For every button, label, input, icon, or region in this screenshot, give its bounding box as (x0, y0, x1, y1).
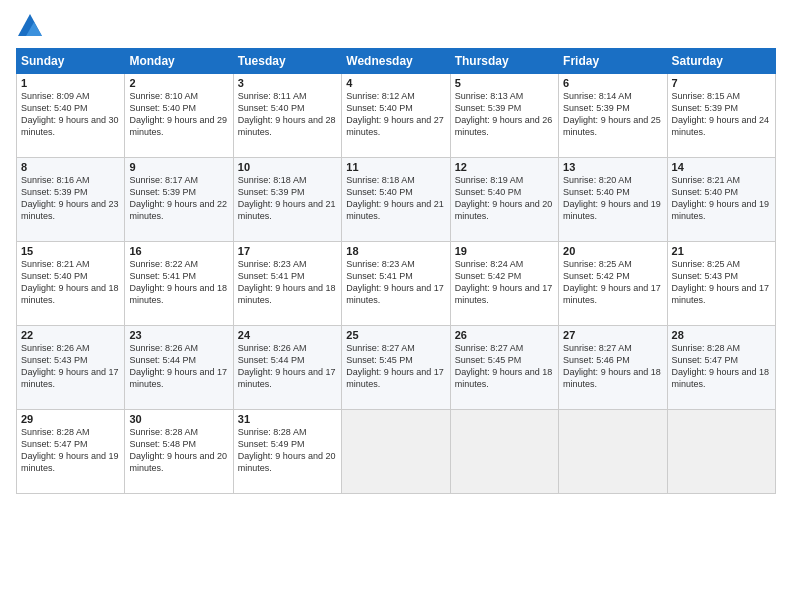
cell-info: Sunrise: 8:18 AMSunset: 5:40 PMDaylight:… (346, 174, 445, 223)
cell-info: Sunrise: 8:22 AMSunset: 5:41 PMDaylight:… (129, 258, 228, 307)
calendar-cell: 27Sunrise: 8:27 AMSunset: 5:46 PMDayligh… (559, 326, 667, 410)
day-number: 6 (563, 77, 662, 89)
day-number: 9 (129, 161, 228, 173)
calendar-cell: 9Sunrise: 8:17 AMSunset: 5:39 PMDaylight… (125, 158, 233, 242)
cell-info: Sunrise: 8:21 AMSunset: 5:40 PMDaylight:… (21, 258, 120, 307)
cell-info: Sunrise: 8:26 AMSunset: 5:44 PMDaylight:… (238, 342, 337, 391)
day-number: 24 (238, 329, 337, 341)
calendar-cell: 31Sunrise: 8:28 AMSunset: 5:49 PMDayligh… (233, 410, 341, 494)
cell-info: Sunrise: 8:28 AMSunset: 5:47 PMDaylight:… (21, 426, 120, 475)
cell-info: Sunrise: 8:21 AMSunset: 5:40 PMDaylight:… (672, 174, 771, 223)
weekday-header-wednesday: Wednesday (342, 49, 450, 74)
cell-info: Sunrise: 8:16 AMSunset: 5:39 PMDaylight:… (21, 174, 120, 223)
day-number: 15 (21, 245, 120, 257)
logo-icon (16, 12, 44, 40)
calendar-week-5: 29Sunrise: 8:28 AMSunset: 5:47 PMDayligh… (17, 410, 776, 494)
day-number: 27 (563, 329, 662, 341)
header (16, 12, 776, 40)
calendar-cell: 24Sunrise: 8:26 AMSunset: 5:44 PMDayligh… (233, 326, 341, 410)
day-number: 16 (129, 245, 228, 257)
day-number: 28 (672, 329, 771, 341)
calendar-cell: 3Sunrise: 8:11 AMSunset: 5:40 PMDaylight… (233, 74, 341, 158)
day-number: 21 (672, 245, 771, 257)
calendar-cell: 26Sunrise: 8:27 AMSunset: 5:45 PMDayligh… (450, 326, 558, 410)
cell-info: Sunrise: 8:15 AMSunset: 5:39 PMDaylight:… (672, 90, 771, 139)
calendar-header-row: SundayMondayTuesdayWednesdayThursdayFrid… (17, 49, 776, 74)
day-number: 17 (238, 245, 337, 257)
day-number: 20 (563, 245, 662, 257)
calendar-cell: 30Sunrise: 8:28 AMSunset: 5:48 PMDayligh… (125, 410, 233, 494)
day-number: 12 (455, 161, 554, 173)
calendar-cell: 10Sunrise: 8:18 AMSunset: 5:39 PMDayligh… (233, 158, 341, 242)
page-container: SundayMondayTuesdayWednesdayThursdayFrid… (0, 0, 792, 502)
calendar-cell: 13Sunrise: 8:20 AMSunset: 5:40 PMDayligh… (559, 158, 667, 242)
calendar-cell: 8Sunrise: 8:16 AMSunset: 5:39 PMDaylight… (17, 158, 125, 242)
cell-info: Sunrise: 8:24 AMSunset: 5:42 PMDaylight:… (455, 258, 554, 307)
cell-info: Sunrise: 8:26 AMSunset: 5:44 PMDaylight:… (129, 342, 228, 391)
day-number: 7 (672, 77, 771, 89)
calendar-cell: 18Sunrise: 8:23 AMSunset: 5:41 PMDayligh… (342, 242, 450, 326)
day-number: 4 (346, 77, 445, 89)
calendar-cell: 28Sunrise: 8:28 AMSunset: 5:47 PMDayligh… (667, 326, 775, 410)
day-number: 23 (129, 329, 228, 341)
cell-info: Sunrise: 8:28 AMSunset: 5:48 PMDaylight:… (129, 426, 228, 475)
calendar: SundayMondayTuesdayWednesdayThursdayFrid… (16, 48, 776, 494)
calendar-week-1: 1Sunrise: 8:09 AMSunset: 5:40 PMDaylight… (17, 74, 776, 158)
cell-info: Sunrise: 8:27 AMSunset: 5:45 PMDaylight:… (346, 342, 445, 391)
day-number: 1 (21, 77, 120, 89)
day-number: 25 (346, 329, 445, 341)
calendar-cell: 4Sunrise: 8:12 AMSunset: 5:40 PMDaylight… (342, 74, 450, 158)
weekday-header-thursday: Thursday (450, 49, 558, 74)
calendar-cell: 12Sunrise: 8:19 AMSunset: 5:40 PMDayligh… (450, 158, 558, 242)
day-number: 5 (455, 77, 554, 89)
day-number: 3 (238, 77, 337, 89)
calendar-cell: 19Sunrise: 8:24 AMSunset: 5:42 PMDayligh… (450, 242, 558, 326)
day-number: 8 (21, 161, 120, 173)
cell-info: Sunrise: 8:28 AMSunset: 5:47 PMDaylight:… (672, 342, 771, 391)
calendar-cell: 5Sunrise: 8:13 AMSunset: 5:39 PMDaylight… (450, 74, 558, 158)
calendar-cell: 21Sunrise: 8:25 AMSunset: 5:43 PMDayligh… (667, 242, 775, 326)
calendar-cell: 6Sunrise: 8:14 AMSunset: 5:39 PMDaylight… (559, 74, 667, 158)
cell-info: Sunrise: 8:17 AMSunset: 5:39 PMDaylight:… (129, 174, 228, 223)
cell-info: Sunrise: 8:27 AMSunset: 5:46 PMDaylight:… (563, 342, 662, 391)
calendar-body: 1Sunrise: 8:09 AMSunset: 5:40 PMDaylight… (17, 74, 776, 494)
day-number: 19 (455, 245, 554, 257)
calendar-cell (667, 410, 775, 494)
calendar-cell: 15Sunrise: 8:21 AMSunset: 5:40 PMDayligh… (17, 242, 125, 326)
calendar-week-3: 15Sunrise: 8:21 AMSunset: 5:40 PMDayligh… (17, 242, 776, 326)
weekday-header-monday: Monday (125, 49, 233, 74)
weekday-header-sunday: Sunday (17, 49, 125, 74)
calendar-cell: 25Sunrise: 8:27 AMSunset: 5:45 PMDayligh… (342, 326, 450, 410)
cell-info: Sunrise: 8:28 AMSunset: 5:49 PMDaylight:… (238, 426, 337, 475)
cell-info: Sunrise: 8:19 AMSunset: 5:40 PMDaylight:… (455, 174, 554, 223)
calendar-cell: 16Sunrise: 8:22 AMSunset: 5:41 PMDayligh… (125, 242, 233, 326)
calendar-cell: 2Sunrise: 8:10 AMSunset: 5:40 PMDaylight… (125, 74, 233, 158)
cell-info: Sunrise: 8:09 AMSunset: 5:40 PMDaylight:… (21, 90, 120, 139)
logo (16, 12, 48, 40)
calendar-cell: 14Sunrise: 8:21 AMSunset: 5:40 PMDayligh… (667, 158, 775, 242)
calendar-cell (559, 410, 667, 494)
cell-info: Sunrise: 8:10 AMSunset: 5:40 PMDaylight:… (129, 90, 228, 139)
day-number: 13 (563, 161, 662, 173)
calendar-cell: 23Sunrise: 8:26 AMSunset: 5:44 PMDayligh… (125, 326, 233, 410)
cell-info: Sunrise: 8:14 AMSunset: 5:39 PMDaylight:… (563, 90, 662, 139)
calendar-cell: 22Sunrise: 8:26 AMSunset: 5:43 PMDayligh… (17, 326, 125, 410)
calendar-cell: 17Sunrise: 8:23 AMSunset: 5:41 PMDayligh… (233, 242, 341, 326)
cell-info: Sunrise: 8:11 AMSunset: 5:40 PMDaylight:… (238, 90, 337, 139)
cell-info: Sunrise: 8:23 AMSunset: 5:41 PMDaylight:… (346, 258, 445, 307)
weekday-header-saturday: Saturday (667, 49, 775, 74)
day-number: 29 (21, 413, 120, 425)
cell-info: Sunrise: 8:13 AMSunset: 5:39 PMDaylight:… (455, 90, 554, 139)
day-number: 26 (455, 329, 554, 341)
cell-info: Sunrise: 8:12 AMSunset: 5:40 PMDaylight:… (346, 90, 445, 139)
cell-info: Sunrise: 8:23 AMSunset: 5:41 PMDaylight:… (238, 258, 337, 307)
cell-info: Sunrise: 8:27 AMSunset: 5:45 PMDaylight:… (455, 342, 554, 391)
cell-info: Sunrise: 8:25 AMSunset: 5:42 PMDaylight:… (563, 258, 662, 307)
calendar-week-4: 22Sunrise: 8:26 AMSunset: 5:43 PMDayligh… (17, 326, 776, 410)
calendar-cell: 7Sunrise: 8:15 AMSunset: 5:39 PMDaylight… (667, 74, 775, 158)
calendar-cell (450, 410, 558, 494)
cell-info: Sunrise: 8:26 AMSunset: 5:43 PMDaylight:… (21, 342, 120, 391)
cell-info: Sunrise: 8:18 AMSunset: 5:39 PMDaylight:… (238, 174, 337, 223)
day-number: 10 (238, 161, 337, 173)
weekday-header-tuesday: Tuesday (233, 49, 341, 74)
